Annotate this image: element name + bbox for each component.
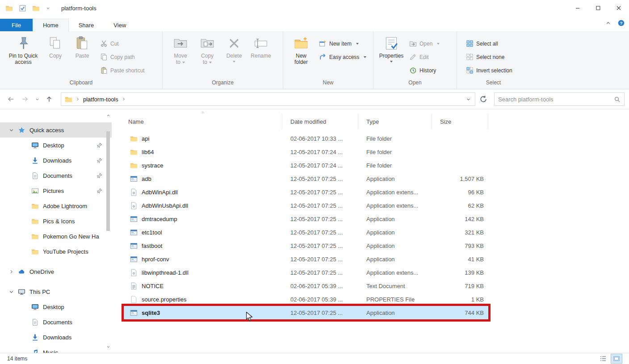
back-button[interactable] (4, 94, 17, 105)
sidebar-item-pictures[interactable]: Pictures (0, 183, 112, 198)
ribbon-group-new: New folder New item Easy access New (283, 31, 373, 89)
sidebar-item-music[interactable]: Music (0, 345, 112, 353)
sidebar-item-pokemon-go-new-ha[interactable]: Pokemon Go New Ha (0, 229, 112, 244)
rename-button[interactable]: Rename (247, 35, 274, 59)
file-row[interactable]: fastboot12-05-2017 07:25 ...Application7… (124, 239, 488, 252)
search-box[interactable] (494, 92, 625, 106)
tab-file[interactable]: File (0, 19, 33, 31)
column-header-date-modified[interactable]: Date modified (282, 114, 358, 129)
qat-customize-chevron-icon[interactable] (46, 6, 50, 11)
new-folder-button[interactable]: New folder (288, 35, 314, 65)
file-row[interactable]: sqlite312-05-2017 07:25 ...Application74… (124, 306, 488, 319)
select-all-button[interactable]: Select all (466, 39, 512, 48)
breadcrumb-platform-tools[interactable]: platform-tools (83, 96, 118, 103)
properties-button[interactable]: Properties (378, 35, 405, 63)
sidebar-item-label: Pics & Icons (43, 218, 112, 225)
pin-to-quick-access-button[interactable]: Pin to Quick access (4, 35, 42, 65)
sort-ascending-icon[interactable] (200, 110, 206, 114)
tab-home[interactable]: Home (33, 19, 69, 31)
easy-access-button[interactable]: Easy access (319, 52, 366, 62)
column-header-type[interactable]: Type (358, 114, 432, 129)
paste-button[interactable]: Paste (69, 35, 96, 59)
file-row[interactable]: source.properties02-06-2017 05:39 ...PRO… (124, 293, 488, 306)
scrollbar-track[interactable] (105, 118, 111, 344)
sidebar-item-downloads[interactable]: Downloads (0, 330, 112, 345)
column-header-date-label: Date modified (290, 118, 326, 125)
file-row[interactable]: lib6412-05-2017 07:24 ...File folder (124, 145, 488, 159)
minimize-button[interactable] (567, 0, 588, 16)
move-to-button[interactable]: Move to (167, 35, 194, 65)
refresh-button[interactable] (477, 94, 490, 105)
move-to-icon (173, 36, 188, 51)
paste-shortcut-button[interactable]: Paste shortcut (100, 66, 145, 75)
sidebar-item-documents[interactable]: Documents (0, 168, 112, 183)
file-row[interactable]: dmtracedump12-05-2017 07:25 ...Applicati… (124, 212, 488, 226)
file-row[interactable]: etc1tool12-05-2017 07:25 ...Application3… (124, 226, 488, 239)
column-header-name[interactable]: Name (124, 114, 282, 129)
recent-locations-chevron-icon[interactable] (33, 94, 41, 105)
chevron-down-icon[interactable] (8, 127, 15, 134)
copy-button[interactable]: Copy (42, 35, 69, 59)
ribbon-group-organize: Move to Copy to Delete Rename Organize (162, 31, 283, 89)
details-view-button[interactable] (598, 354, 608, 363)
copy-to-button[interactable]: Copy to (194, 35, 221, 65)
search-input[interactable] (498, 96, 614, 103)
qat-new-folder-icon[interactable] (32, 4, 40, 12)
new-folder-icon (294, 36, 309, 51)
file-row[interactable]: NOTICE02-06-2017 05:39 ...Text Document7… (124, 279, 488, 293)
help-icon[interactable]: ? (618, 20, 625, 26)
sidebar-item-desktop[interactable]: Desktop (0, 299, 112, 314)
address-box[interactable]: platform-tools (61, 92, 475, 106)
invert-selection-button[interactable]: Invert selection (466, 66, 512, 75)
large-icons-view-button[interactable] (611, 354, 622, 363)
sidebar-item-adobe-lightroom[interactable]: Adobe Lightroom (0, 198, 112, 213)
breadcrumb-separator-icon[interactable] (121, 96, 126, 102)
tab-share[interactable]: Share (69, 19, 104, 31)
sidebar-item-youtube-projects[interactable]: YouTube Projects (0, 244, 112, 259)
new-item-button[interactable]: New item (319, 39, 366, 48)
column-header-size[interactable]: Size (432, 114, 488, 129)
chevron-down-icon[interactable] (8, 289, 15, 295)
minimize-ribbon-icon[interactable] (605, 20, 612, 26)
file-row[interactable]: AdbWinApi.dll12-05-2017 07:25 ...Applica… (124, 185, 488, 199)
forward-button[interactable] (19, 94, 31, 105)
maximize-button[interactable] (588, 0, 608, 16)
file-row[interactable]: AdbWinUsbApi.dll12-05-2017 07:25 ...Appl… (124, 199, 488, 212)
group-label-clipboard: Clipboard (0, 79, 162, 89)
search-icon[interactable] (614, 96, 621, 103)
scrollbar-thumb[interactable] (106, 131, 110, 231)
file-row[interactable]: hprof-conv12-05-2017 07:25 ...Applicatio… (124, 252, 488, 266)
dll-icon (130, 202, 138, 209)
breadcrumb-separator-icon[interactable] (75, 96, 80, 102)
sidebar-scrollbar[interactable] (105, 113, 111, 349)
select-none-button[interactable]: Select none (466, 52, 512, 62)
dropdown-caret-icon (233, 61, 235, 63)
sidebar-item-pics-icons[interactable]: Pics & Icons (0, 213, 112, 229)
file-row[interactable]: api02-06-2017 10:33 ...File folder (124, 132, 488, 145)
sidebar-item-desktop[interactable]: Desktop (0, 138, 112, 153)
up-button[interactable] (43, 94, 55, 105)
address-dropdown-icon[interactable] (465, 96, 471, 102)
copy-path-button[interactable]: Copy path (100, 52, 145, 62)
file-row[interactable]: libwinpthread-1.dll12-05-2017 07:25 ...A… (124, 266, 488, 279)
file-row[interactable]: systrace12-05-2017 07:24 ...File folder (124, 159, 488, 172)
sidebar-item-label: Documents (43, 319, 112, 326)
sidebar-item-this-pc[interactable]: This PC (0, 284, 112, 299)
chevron-right-icon[interactable] (8, 268, 15, 275)
sidebar-item-label: Pictures (43, 188, 96, 194)
sidebar-item-onedrive[interactable]: OneDrive (0, 264, 112, 279)
scroll-up-icon[interactable] (106, 113, 111, 118)
edit-button[interactable]: Edit (409, 52, 440, 62)
scroll-down-icon[interactable] (106, 344, 111, 349)
qat-properties-icon[interactable] (19, 4, 26, 12)
sidebar-item-quick-access[interactable]: Quick access (0, 122, 112, 138)
close-button[interactable] (608, 0, 629, 16)
tab-view[interactable]: View (104, 19, 136, 31)
file-row[interactable]: adb12-05-2017 07:25 ...Application1,507 … (124, 172, 488, 185)
history-button[interactable]: History (409, 66, 440, 75)
delete-button[interactable]: Delete (221, 35, 247, 63)
open-button[interactable]: Open (409, 39, 440, 48)
sidebar-item-documents[interactable]: Documents (0, 314, 112, 330)
cut-button[interactable]: Cut (100, 39, 145, 48)
sidebar-item-downloads[interactable]: Downloads (0, 153, 112, 168)
